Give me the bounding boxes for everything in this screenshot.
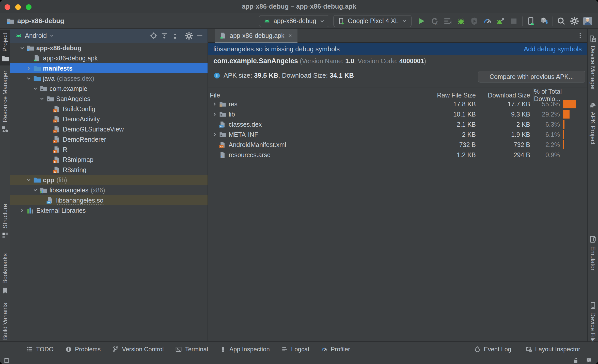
macos-traffic-lights xyxy=(5,4,32,10)
tool-stripe-apk-project[interactable]: APK Project xyxy=(588,98,598,147)
window-icon[interactable] xyxy=(4,357,10,363)
feedback-icon[interactable] xyxy=(586,357,592,363)
tree-item-buildconfig[interactable]: sBuildConfig xyxy=(10,104,208,114)
table-row-androidmanifest-xml[interactable]: <>AndroidManifest.xml732 B732 B2.2% xyxy=(208,140,587,150)
detail-pane-divider[interactable] xyxy=(208,236,587,236)
close-tab-icon[interactable] xyxy=(287,33,293,38)
table-row-lib[interactable]: lib10.1 KB9.3 KB29.2% xyxy=(208,109,587,119)
zoom-window-button[interactable] xyxy=(26,4,32,10)
view-selector-chevron-icon[interactable] xyxy=(49,33,54,38)
event-log-icon xyxy=(474,346,481,353)
tree-item-cpp[interactable]: cpp(lib) xyxy=(10,175,208,185)
collapse-all-button[interactable] xyxy=(170,30,180,41)
chevron-down-icon[interactable] xyxy=(39,96,46,102)
tree-item-r[interactable]: sR xyxy=(10,144,208,155)
apk-file-icon xyxy=(33,54,41,62)
todo-label: TODO xyxy=(36,346,54,353)
percent-cell: 6.1% xyxy=(533,129,587,140)
tree-item-java[interactable]: java(classes.dex) xyxy=(10,73,208,84)
table-row-res[interactable]: res17.8 KB17.7 KB55.3% xyxy=(208,99,587,109)
tree-item-demorenderer[interactable]: sDemoRenderer xyxy=(10,134,208,144)
search-everywhere-button[interactable] xyxy=(555,15,567,27)
download-size: 9.3 KB xyxy=(479,111,533,118)
tab-options-icon[interactable] xyxy=(577,32,584,39)
target-device-select[interactable]: Google Pixel 4 XL xyxy=(333,15,412,27)
tree-item-libsanangeles-so[interactable]: 01libsanangeles.so xyxy=(10,195,208,205)
apply-changes-icon: A xyxy=(430,17,439,25)
device-manager-button[interactable] xyxy=(525,15,537,27)
hide-panel-button[interactable] xyxy=(194,30,205,41)
compare-apk-button[interactable]: Compare with previous APK... xyxy=(478,71,585,82)
minimize-window-button[interactable] xyxy=(15,4,21,10)
tree-item-manifests[interactable]: manifests xyxy=(10,63,208,73)
search-icon xyxy=(557,17,565,25)
tool-window-button-terminal[interactable]: Terminal xyxy=(175,346,208,353)
raw-file-size: 10.1 KB xyxy=(425,111,479,118)
tree-item-app-x86-debug-apk[interactable]: app-x86-debug.apk xyxy=(10,53,208,63)
tool-stripe-bookmarks[interactable]: Bookmarks xyxy=(0,250,10,297)
chevron-down-icon[interactable] xyxy=(19,45,26,51)
chevron-right-icon[interactable] xyxy=(212,101,219,107)
attach-debugger-button[interactable] xyxy=(495,15,507,27)
lock-open-icon[interactable] xyxy=(573,357,579,363)
chevron-spacer xyxy=(46,167,53,173)
tool-stripe-device-manager[interactable]: Device Manager xyxy=(588,32,598,93)
window-title: app-x86-debug – app-x86-debug.apk xyxy=(242,3,356,10)
tool-window-button-app-inspection[interactable]: App Inspection xyxy=(220,346,270,353)
chevron-right-icon[interactable] xyxy=(212,132,219,137)
tree-item-libsanangeles[interactable]: libsanangeles(x86) xyxy=(10,185,208,195)
table-row-resources-arsc[interactable]: ?resources.arsc1.2 KB294 B0.9% xyxy=(208,150,587,160)
project-view-selector[interactable]: Android xyxy=(25,32,47,39)
user-avatar-button[interactable] xyxy=(582,15,593,27)
file-name: res xyxy=(229,101,238,108)
table-row-meta-inf[interactable]: META-INF2 KB1.9 KB6.1% xyxy=(208,129,587,140)
tool-window-button-layout-inspector[interactable]: Layout Inspector xyxy=(526,346,580,353)
tool-stripe-project[interactable]: Project xyxy=(0,30,10,65)
table-row-classes-dex[interactable]: 01classes.dex2.1 KB2 KB6.3% xyxy=(208,119,587,129)
chevron-down-icon xyxy=(402,18,407,24)
tree-item-demoactivity[interactable]: sDemoActivity xyxy=(10,114,208,124)
chevron-down-icon[interactable] xyxy=(33,187,40,193)
tree-item-com-example[interactable]: com.example xyxy=(10,84,208,94)
class-file-icon: s xyxy=(53,156,60,163)
tool-window-button-todo[interactable]: TODO xyxy=(26,346,54,353)
close-window-button[interactable] xyxy=(5,4,10,10)
expand-all-button[interactable] xyxy=(159,30,170,41)
sdk-manager-button[interactable] xyxy=(538,15,550,27)
tree-item-demoglsurfaceview[interactable]: sDemoGLSurfaceView xyxy=(10,124,208,134)
tree-item-external-libraries[interactable]: External Libraries xyxy=(10,205,208,216)
tree-item-sanangeles[interactable]: SanAngeles xyxy=(10,94,208,104)
version-code: 4000001 xyxy=(399,57,424,65)
tool-window-button-logcat[interactable]: Logcat xyxy=(281,346,309,353)
tab-app-x86-debug-apk[interactable]: app-x86-debug.apk xyxy=(215,29,297,43)
tool-stripe-resource-manager[interactable]: Resource Manager xyxy=(0,68,10,136)
tool-stripe-emulator[interactable]: Emulator xyxy=(588,233,598,274)
tool-window-button-event-log[interactable]: Event Log xyxy=(474,346,511,353)
chevron-right-icon[interactable] xyxy=(26,65,33,71)
module-folder-icon xyxy=(7,17,14,25)
chevron-down-icon[interactable] xyxy=(33,86,40,91)
apk-size-value: 39.5 KB xyxy=(254,72,278,79)
tree-item-r-string[interactable]: sR$string xyxy=(10,165,208,175)
panel-settings-button[interactable] xyxy=(184,30,194,41)
tool-stripe-structure[interactable]: Structure xyxy=(0,201,10,242)
tree-item-app-x86-debug[interactable]: app-x86-debug xyxy=(10,43,208,53)
profiler-button[interactable] xyxy=(482,15,493,27)
tool-window-button-version-control[interactable]: Version Control xyxy=(112,346,164,353)
chevron-right-icon[interactable] xyxy=(19,208,26,213)
class-file-icon: s xyxy=(53,125,60,133)
chevron-right-icon[interactable] xyxy=(212,111,219,117)
run-button[interactable] xyxy=(416,15,427,27)
tool-window-button-problems[interactable]: Problems xyxy=(65,346,101,353)
tree-item-label: DemoActivity xyxy=(63,115,100,123)
raw-file-size: 2 KB xyxy=(425,131,479,138)
tree-item-r-mipmap[interactable]: sR$mipmap xyxy=(10,155,208,165)
debug-button[interactable] xyxy=(455,15,467,27)
chevron-down-icon[interactable] xyxy=(26,177,33,183)
add-debug-symbols-link[interactable]: Add debug symbols xyxy=(524,45,582,53)
settings-button[interactable] xyxy=(569,15,580,27)
select-opened-file-button[interactable] xyxy=(148,30,159,41)
run-configuration-select[interactable]: app-x86-debug xyxy=(259,15,329,27)
chevron-down-icon[interactable] xyxy=(26,76,33,81)
tool-window-button-profiler[interactable]: Profiler xyxy=(321,346,350,353)
